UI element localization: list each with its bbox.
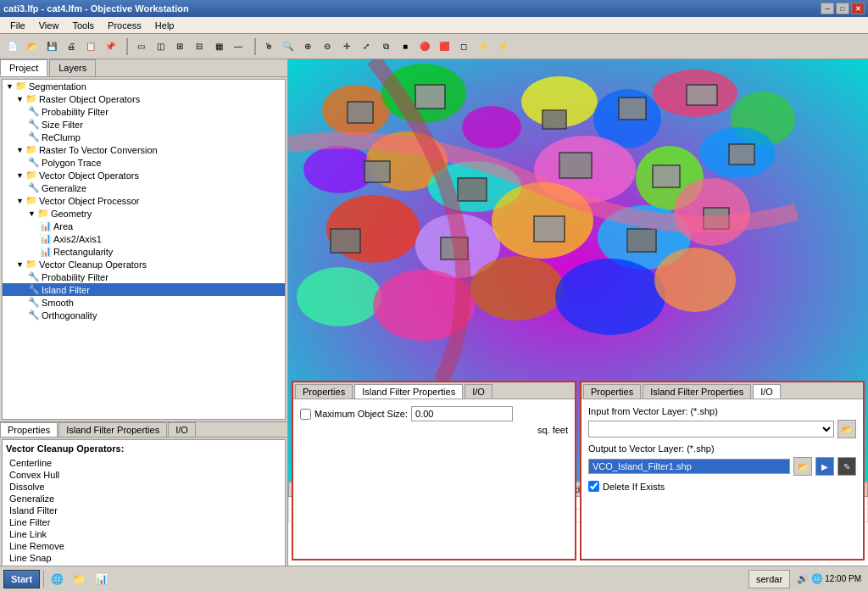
- tree-island-filter[interactable]: 🔧 Island Filter: [3, 283, 285, 296]
- menu-process[interactable]: Process: [101, 19, 148, 32]
- tab-project[interactable]: Project: [0, 59, 47, 76]
- tree-prob-filter2[interactable]: 🔧 Probability Filter: [3, 270, 285, 283]
- float-right-tab-io[interactable]: I/O: [753, 384, 781, 399]
- taskbar-ie[interactable]: 🌐: [47, 570, 66, 588]
- toolbar-open[interactable]: 📂: [23, 37, 42, 56]
- toolbar-new[interactable]: 📄: [3, 37, 22, 56]
- taskbar-explorer[interactable]: 📁: [70, 570, 88, 588]
- toolbar-copy[interactable]: 📋: [81, 37, 100, 56]
- toolbar-btn-j[interactable]: ⊖: [318, 37, 337, 56]
- toolbar-btn-k[interactable]: ✛: [337, 37, 356, 56]
- props-island-filter[interactable]: Island Filter: [6, 505, 281, 516]
- menu-view[interactable]: View: [32, 19, 66, 32]
- props-tab-properties[interactable]: Properties: [0, 422, 58, 437]
- delete-exists-checkbox[interactable]: [588, 481, 599, 492]
- float-left-tab-io[interactable]: I/O: [465, 384, 492, 399]
- max-obj-size-checkbox[interactable]: [300, 409, 311, 420]
- tree-geometry[interactable]: ▼ 📁 Geometry: [3, 207, 285, 220]
- tree-area[interactable]: 📊 Area: [3, 220, 285, 232]
- tree-vec-obj-ops[interactable]: ▼ 📁 Vector Object Operators: [3, 169, 285, 181]
- menu-file[interactable]: File: [3, 19, 32, 32]
- float-panel-right: Properties Island Filter Properties I/O …: [580, 381, 865, 560]
- menu-help[interactable]: Help: [148, 19, 181, 32]
- toolbar-print[interactable]: 🖨: [62, 37, 81, 56]
- props-convex-hull[interactable]: Convex Hull: [6, 469, 281, 481]
- tree-rectangularity[interactable]: 📊 Rectangularity: [3, 245, 285, 258]
- toolbar-btn-b[interactable]: ◫: [151, 37, 170, 56]
- tree-vec-cleanup-ops[interactable]: ▼ 📁 Vector Cleanup Operators: [3, 258, 285, 270]
- toolbar-btn-p[interactable]: 🟥: [435, 37, 453, 56]
- svg-rect-29: [687, 85, 717, 105]
- toolbar-btn-r[interactable]: ⚡: [474, 37, 492, 56]
- toolbar-btn-d[interactable]: ⊟: [190, 37, 209, 56]
- output-to-row: VCO_Island_Filter1.shp 📂 ▶ ✎: [588, 457, 856, 476]
- input-from-row: 📂: [588, 420, 856, 438]
- project-tab-bar: Project Layers: [0, 59, 287, 77]
- tree-raster-obj-ops[interactable]: ▼ 📁 Raster Object Operators: [3, 92, 285, 105]
- toolbar-btn-e[interactable]: ▦: [209, 37, 228, 56]
- toolbar-btn-i[interactable]: ⊕: [298, 37, 317, 56]
- tray-time: 12:00 PM: [825, 574, 861, 583]
- props-tab-io[interactable]: I/O: [168, 422, 196, 437]
- taskbar-app[interactable]: 📊: [92, 570, 110, 588]
- tree-prob-filter[interactable]: 🔧 Probability Filter: [3, 105, 285, 118]
- input-from-browse-btn[interactable]: 📂: [837, 420, 856, 438]
- props-line-snap[interactable]: Line Snap: [6, 552, 281, 564]
- close-btn[interactable]: ✕: [851, 3, 865, 14]
- float-panel-left-tabs: Properties Island Filter Properties I/O: [293, 382, 575, 399]
- props-line-remove[interactable]: Line Remove: [6, 540, 281, 552]
- tree-panel[interactable]: ▼ 📁 Segmentation ▼ 📁 Raster Object Opera…: [2, 79, 286, 420]
- tree-poly-trace[interactable]: 🔧 Polygon Trace: [3, 156, 285, 169]
- props-line-filter[interactable]: Line Filter: [6, 516, 281, 528]
- props-centerline[interactable]: Centerline: [6, 457, 281, 469]
- toolbar-save[interactable]: 💾: [42, 37, 61, 56]
- taskbar-serdar-btn[interactable]: serdar: [748, 570, 790, 588]
- props-tab-bar: Properties Island Filter Properties I/O: [0, 422, 287, 438]
- toolbar-btn-a[interactable]: ▭: [131, 37, 150, 56]
- props-generalize[interactable]: Generalize: [6, 493, 281, 505]
- unit-label: sq. feet: [300, 425, 568, 435]
- output-to-label: Output to Vector Layer: (*.shp): [588, 443, 856, 454]
- max-obj-size-input[interactable]: [411, 406, 513, 421]
- tree-orthogonality[interactable]: 🔧 Orthogonality: [3, 309, 285, 321]
- toolbar-btn-h[interactable]: 🔍: [279, 37, 298, 56]
- output-btn-1[interactable]: ▶: [815, 457, 834, 476]
- tree-size-filter[interactable]: 🔧 Size Filter: [3, 118, 285, 131]
- props-line-link[interactable]: Line Link: [6, 528, 281, 540]
- toolbar-btn-q[interactable]: ◻: [454, 37, 473, 56]
- output-btn-2[interactable]: ✎: [837, 457, 856, 476]
- float-left-tab-island[interactable]: Island Filter Properties: [354, 384, 463, 399]
- toolbar-btn-g[interactable]: 🖱: [259, 37, 278, 56]
- minimize-btn[interactable]: ─: [821, 3, 834, 14]
- toolbar-btn-m[interactable]: ⧉: [376, 37, 395, 56]
- float-right-tab-island[interactable]: Island Filter Properties: [643, 384, 751, 399]
- tree-axis2[interactable]: 📊 Axis2/Axis1: [3, 232, 285, 245]
- tree-generalize[interactable]: 🔧 Generalize: [3, 181, 285, 194]
- tree-smooth[interactable]: 🔧 Smooth: [3, 296, 285, 309]
- props-tab-island[interactable]: Island Filter Properties: [58, 422, 167, 437]
- tree-vec-obj-proc[interactable]: ▼ 📁 Vector Object Processor: [3, 194, 285, 207]
- toolbar-btn-o[interactable]: 🔴: [415, 37, 434, 56]
- float-right-tab-properties[interactable]: Properties: [583, 384, 641, 399]
- output-browse-btn[interactable]: 📂: [793, 457, 812, 476]
- props-dissolve[interactable]: Dissolve: [6, 481, 281, 493]
- tab-layers[interactable]: Layers: [49, 59, 96, 76]
- float-left-tab-properties[interactable]: Properties: [295, 384, 353, 399]
- toolbar-btn-s[interactable]: ⚡: [493, 37, 512, 56]
- toolbar-btn-f[interactable]: —: [229, 37, 248, 56]
- tree-reclump[interactable]: 🔧 ReClump: [3, 131, 285, 143]
- toolbar-btn-l[interactable]: ⤢: [357, 37, 376, 56]
- maximize-btn[interactable]: □: [836, 3, 849, 14]
- toolbar-paste[interactable]: 📌: [101, 37, 120, 56]
- tree-segmentation[interactable]: ▼ 📁 Segmentation: [3, 80, 285, 92]
- output-to-value[interactable]: VCO_Island_Filter1.shp: [588, 459, 790, 474]
- menu-tools[interactable]: Tools: [65, 19, 101, 32]
- toolbar-group-1: 📄 📂 💾 🖨 📋 📌: [3, 37, 120, 56]
- start-button[interactable]: Start: [3, 570, 40, 588]
- toolbar-btn-n[interactable]: ■: [396, 37, 415, 56]
- input-from-dropdown[interactable]: [588, 421, 834, 438]
- tree-raster-to-vec[interactable]: ▼ 📁 Raster To Vector Conversion: [3, 143, 285, 156]
- svg-point-20: [297, 267, 381, 326]
- menubar: File View Tools Process Help: [0, 17, 868, 34]
- toolbar-btn-c[interactable]: ⊞: [170, 37, 189, 56]
